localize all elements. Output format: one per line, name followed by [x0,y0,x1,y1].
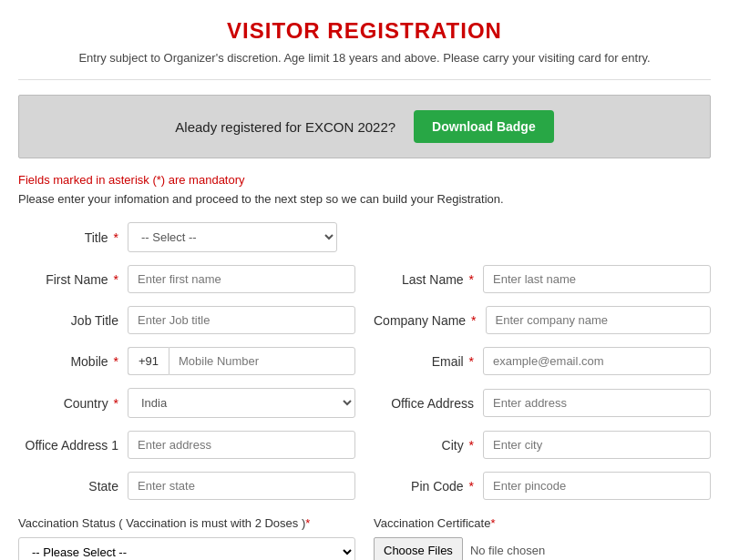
company-name-col: Company Name * [374,306,711,334]
company-name-label: Company Name * [374,313,477,328]
state-input[interactable] [128,472,355,500]
email-label: Email * [374,354,474,369]
address1-city-row: Office Address 1 City * [18,431,711,459]
last-name-label: Last Name * [374,272,474,287]
company-name-input[interactable] [486,306,712,334]
mobile-label: Mobile * [18,354,118,369]
job-title-input[interactable] [128,306,355,334]
city-col: City * [374,431,711,459]
job-title-col: Job Title [18,306,355,334]
first-name-input[interactable] [128,265,355,293]
download-badge-button[interactable]: Download Badge [414,110,554,143]
no-file-label: No file chosen [470,544,545,557]
email-input[interactable] [483,347,711,375]
page-subtitle: Entry subject to Organizer's discretion.… [18,51,711,65]
last-name-col: Last Name * [374,265,711,293]
country-label: Country * [18,396,118,411]
office-address-input[interactable] [483,389,711,417]
pin-code-input[interactable] [483,472,711,500]
state-label: State [18,479,118,494]
country-select[interactable]: India USA UK [128,388,355,418]
last-name-input[interactable] [483,265,711,293]
office-address-col: Office Address [374,388,711,418]
email-col: Email * [374,347,711,375]
vaccination-status-select[interactable]: -- Please Select -- Vaccinated (2 Doses)… [18,537,355,560]
choose-files-button[interactable]: Choose Files [374,537,463,560]
first-name-col: First Name * [18,265,355,293]
jobtitle-company-row: Job Title Company Name * [18,306,711,334]
first-name-label: First Name * [18,272,118,287]
info-text: Please enter your infomation and proceed… [18,192,711,206]
registration-form: Title * -- Select -- Mr. Ms. Mrs. Dr. Fi… [18,222,711,560]
page-title: VISITOR REGISTRATION [18,18,711,44]
mobile-col: Mobile * +91 [18,347,355,375]
vaccination-certificate-label: Vaccination Certificate* [374,516,711,530]
office-address-label: Office Address [374,396,474,411]
mobile-number-input[interactable] [169,347,355,375]
city-input[interactable] [483,431,711,459]
office-address1-col: Office Address 1 [18,431,355,459]
country-col: Country * India USA UK [18,388,355,418]
city-label: City * [374,438,474,453]
state-col: State [18,472,355,500]
mandatory-note: Fields marked in asterisk (*) are mandat… [18,173,711,187]
title-row: Title * -- Select -- Mr. Ms. Mrs. Dr. [18,222,711,252]
mobile-email-row: Mobile * +91 Email * [18,347,711,375]
vaccination-status-label: Vaccination Status ( Vaccination is must… [18,516,355,530]
vaccination-certificate-col: Vaccination Certificate* Choose Files No… [374,516,711,560]
state-pin-row: State Pin Code * [18,472,711,500]
excon-banner: Aleady registered for EXCON 2022? Downlo… [18,95,711,158]
title-select[interactable]: -- Select -- Mr. Ms. Mrs. Dr. [128,222,337,252]
name-row: First Name * Last Name * [18,265,711,293]
pin-code-col: Pin Code * [374,472,711,500]
mobile-group: +91 [128,347,355,375]
vaccination-section: Vaccination Status ( Vaccination is must… [18,516,711,560]
pin-code-label: Pin Code * [374,479,474,494]
vaccination-status-col: Vaccination Status ( Vaccination is must… [18,516,355,560]
job-title-label: Job Title [18,313,118,328]
file-upload-group: Choose Files No file chosen [374,537,711,560]
title-label: Title * [18,230,118,245]
office-address1-label: Office Address 1 [18,438,118,453]
country-address-row: Country * India USA UK Office Address [18,388,711,418]
banner-text: Aleady registered for EXCON 2022? [175,119,395,135]
office-address1-input[interactable] [128,431,355,459]
mobile-prefix: +91 [128,347,169,375]
